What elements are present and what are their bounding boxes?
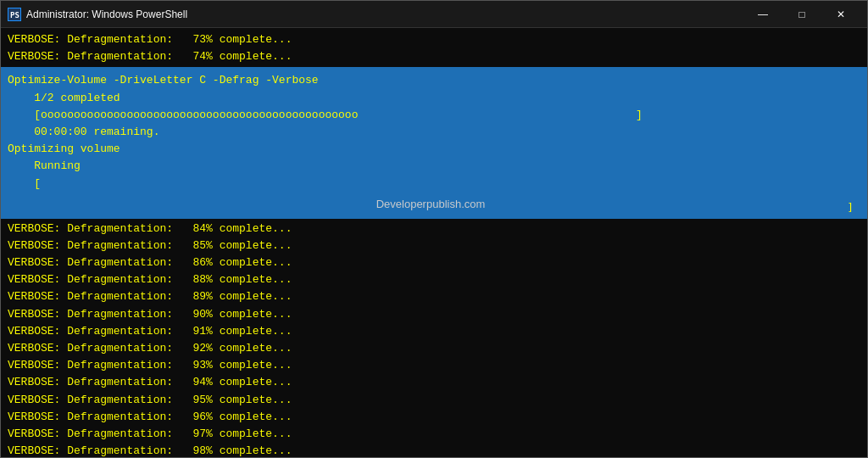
console-output: VERBOSE: Defragmentation: 73% complete..…	[1, 28, 867, 457]
console-line: VERBOSE: Defragmentation: 97% complete..…	[1, 426, 867, 443]
pre-highlight-section: VERBOSE: Defragmentation: 73% complete..…	[1, 31, 867, 65]
console-line: VERBOSE: Defragmentation: 94% complete..…	[1, 374, 867, 391]
console-line: VERBOSE: Defragmentation: 93% complete..…	[1, 357, 867, 374]
highlighted-line: Running	[8, 158, 860, 175]
console-line: VERBOSE: Defragmentation: 73% complete..…	[1, 31, 867, 48]
watermark-text: Developerpublish.com	[290, 194, 572, 214]
console-line: VERBOSE: Defragmentation: 90% complete..…	[1, 306, 867, 323]
window-controls: — □ ✕	[743, 1, 860, 28]
console-line: VERBOSE: Defragmentation: 86% complete..…	[1, 254, 867, 271]
window-title: Administrator: Windows PowerShell	[26, 8, 743, 20]
highlighted-line: [ooooooooooooooooooooooooooooooooooooooo…	[8, 107, 860, 124]
app-icon: PS	[8, 8, 21, 21]
highlighted-line: 00:00:00 remaining.	[8, 124, 860, 141]
console-line: VERBOSE: Defragmentation: 89% complete..…	[1, 288, 867, 305]
console-line: VERBOSE: Defragmentation: 98% complete..…	[1, 443, 867, 457]
console-line: VERBOSE: Defragmentation: 91% complete..…	[1, 323, 867, 340]
bracket-end: ]	[571, 201, 860, 214]
console-line: VERBOSE: Defragmentation: 84% complete..…	[1, 221, 867, 237]
highlighted-line: 1/2 completed	[8, 90, 860, 107]
console-line: VERBOSE: Defragmentation: 92% complete..…	[1, 340, 867, 357]
highlighted-lines: Optimize-Volume -DriveLetter C -Defrag -…	[8, 72, 860, 192]
console-line: VERBOSE: Defragmentation: 74% complete..…	[1, 48, 867, 65]
console-line: VERBOSE: Defragmentation: 85% complete..…	[1, 237, 867, 254]
minimize-button[interactable]: —	[743, 1, 782, 28]
console-line: VERBOSE: Defragmentation: 96% complete..…	[1, 409, 867, 426]
post-highlight-section: VERBOSE: Defragmentation: 84% complete..…	[1, 221, 867, 457]
console-line: VERBOSE: Defragmentation: 95% complete..…	[1, 392, 867, 409]
svg-text:PS: PS	[10, 11, 19, 20]
highlighted-selection: Optimize-Volume -DriveLetter C -Defrag -…	[1, 67, 867, 218]
powershell-window: PS Administrator: Windows PowerShell — □…	[0, 0, 868, 458]
highlighted-line: Optimizing volume	[8, 141, 860, 158]
titlebar: PS Administrator: Windows PowerShell — □…	[1, 1, 867, 28]
maximize-button[interactable]: □	[782, 1, 821, 28]
close-button[interactable]: ✕	[821, 1, 860, 28]
highlighted-line: [	[8, 176, 860, 193]
highlighted-line: Optimize-Volume -DriveLetter C -Defrag -…	[8, 72, 860, 89]
console-line: VERBOSE: Defragmentation: 88% complete..…	[1, 271, 867, 288]
